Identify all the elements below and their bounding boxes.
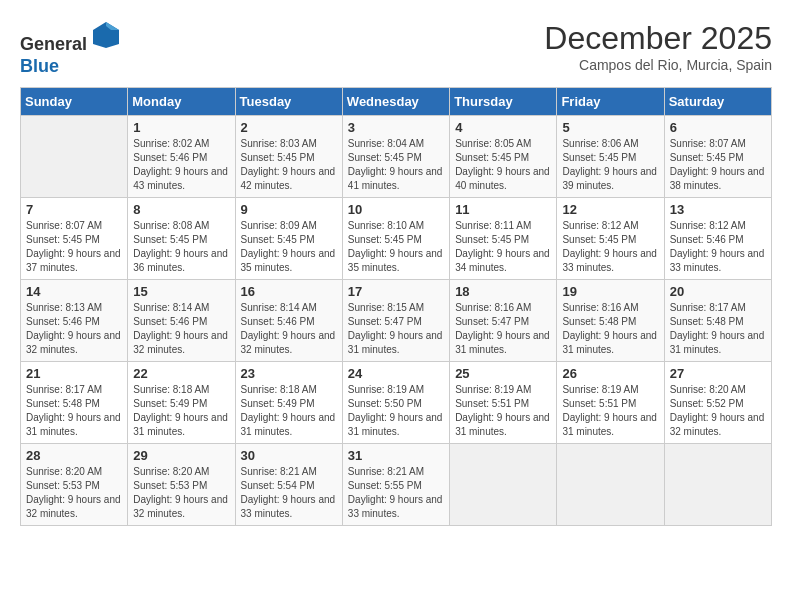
day-info: Sunrise: 8:13 AMSunset: 5:46 PMDaylight:… bbox=[26, 301, 122, 357]
day-number: 24 bbox=[348, 366, 444, 381]
day-number: 30 bbox=[241, 448, 337, 463]
day-number: 23 bbox=[241, 366, 337, 381]
calendar-cell: 6Sunrise: 8:07 AMSunset: 5:45 PMDaylight… bbox=[664, 116, 771, 198]
day-number: 6 bbox=[670, 120, 766, 135]
calendar-cell: 3Sunrise: 8:04 AMSunset: 5:45 PMDaylight… bbox=[342, 116, 449, 198]
calendar-cell: 8Sunrise: 8:08 AMSunset: 5:45 PMDaylight… bbox=[128, 198, 235, 280]
day-number: 7 bbox=[26, 202, 122, 217]
day-number: 16 bbox=[241, 284, 337, 299]
day-number: 3 bbox=[348, 120, 444, 135]
calendar-cell: 1Sunrise: 8:02 AMSunset: 5:46 PMDaylight… bbox=[128, 116, 235, 198]
day-info: Sunrise: 8:16 AMSunset: 5:47 PMDaylight:… bbox=[455, 301, 551, 357]
weekday-header-monday: Monday bbox=[128, 88, 235, 116]
calendar: SundayMondayTuesdayWednesdayThursdayFrid… bbox=[20, 87, 772, 526]
day-info: Sunrise: 8:08 AMSunset: 5:45 PMDaylight:… bbox=[133, 219, 229, 275]
calendar-cell: 27Sunrise: 8:20 AMSunset: 5:52 PMDayligh… bbox=[664, 362, 771, 444]
location: Campos del Rio, Murcia, Spain bbox=[544, 57, 772, 73]
title-area: December 2025 Campos del Rio, Murcia, Sp… bbox=[544, 20, 772, 73]
day-number: 5 bbox=[562, 120, 658, 135]
day-number: 27 bbox=[670, 366, 766, 381]
header: General Blue December 2025 Campos del Ri… bbox=[20, 20, 772, 77]
day-number: 20 bbox=[670, 284, 766, 299]
weekday-header-friday: Friday bbox=[557, 88, 664, 116]
calendar-week-row: 28Sunrise: 8:20 AMSunset: 5:53 PMDayligh… bbox=[21, 444, 772, 526]
weekday-header-tuesday: Tuesday bbox=[235, 88, 342, 116]
calendar-week-row: 7Sunrise: 8:07 AMSunset: 5:45 PMDaylight… bbox=[21, 198, 772, 280]
weekday-header-sunday: Sunday bbox=[21, 88, 128, 116]
calendar-cell: 9Sunrise: 8:09 AMSunset: 5:45 PMDaylight… bbox=[235, 198, 342, 280]
day-info: Sunrise: 8:20 AMSunset: 5:52 PMDaylight:… bbox=[670, 383, 766, 439]
day-info: Sunrise: 8:03 AMSunset: 5:45 PMDaylight:… bbox=[241, 137, 337, 193]
day-number: 17 bbox=[348, 284, 444, 299]
calendar-cell: 15Sunrise: 8:14 AMSunset: 5:46 PMDayligh… bbox=[128, 280, 235, 362]
day-info: Sunrise: 8:21 AMSunset: 5:55 PMDaylight:… bbox=[348, 465, 444, 521]
day-info: Sunrise: 8:12 AMSunset: 5:45 PMDaylight:… bbox=[562, 219, 658, 275]
calendar-cell: 24Sunrise: 8:19 AMSunset: 5:50 PMDayligh… bbox=[342, 362, 449, 444]
day-info: Sunrise: 8:16 AMSunset: 5:48 PMDaylight:… bbox=[562, 301, 658, 357]
calendar-cell: 21Sunrise: 8:17 AMSunset: 5:48 PMDayligh… bbox=[21, 362, 128, 444]
day-number: 22 bbox=[133, 366, 229, 381]
weekday-header-wednesday: Wednesday bbox=[342, 88, 449, 116]
day-number: 4 bbox=[455, 120, 551, 135]
calendar-cell bbox=[450, 444, 557, 526]
calendar-cell: 13Sunrise: 8:12 AMSunset: 5:46 PMDayligh… bbox=[664, 198, 771, 280]
logo-icon bbox=[91, 20, 121, 50]
month-title: December 2025 bbox=[544, 20, 772, 57]
calendar-cell bbox=[557, 444, 664, 526]
day-info: Sunrise: 8:18 AMSunset: 5:49 PMDaylight:… bbox=[241, 383, 337, 439]
calendar-cell: 7Sunrise: 8:07 AMSunset: 5:45 PMDaylight… bbox=[21, 198, 128, 280]
calendar-cell: 30Sunrise: 8:21 AMSunset: 5:54 PMDayligh… bbox=[235, 444, 342, 526]
day-info: Sunrise: 8:19 AMSunset: 5:50 PMDaylight:… bbox=[348, 383, 444, 439]
day-info: Sunrise: 8:05 AMSunset: 5:45 PMDaylight:… bbox=[455, 137, 551, 193]
day-number: 13 bbox=[670, 202, 766, 217]
calendar-cell: 23Sunrise: 8:18 AMSunset: 5:49 PMDayligh… bbox=[235, 362, 342, 444]
day-number: 12 bbox=[562, 202, 658, 217]
day-info: Sunrise: 8:07 AMSunset: 5:45 PMDaylight:… bbox=[670, 137, 766, 193]
calendar-cell: 29Sunrise: 8:20 AMSunset: 5:53 PMDayligh… bbox=[128, 444, 235, 526]
day-number: 8 bbox=[133, 202, 229, 217]
calendar-cell: 12Sunrise: 8:12 AMSunset: 5:45 PMDayligh… bbox=[557, 198, 664, 280]
day-number: 26 bbox=[562, 366, 658, 381]
calendar-body: 1Sunrise: 8:02 AMSunset: 5:46 PMDaylight… bbox=[21, 116, 772, 526]
calendar-cell: 22Sunrise: 8:18 AMSunset: 5:49 PMDayligh… bbox=[128, 362, 235, 444]
day-info: Sunrise: 8:02 AMSunset: 5:46 PMDaylight:… bbox=[133, 137, 229, 193]
day-info: Sunrise: 8:20 AMSunset: 5:53 PMDaylight:… bbox=[26, 465, 122, 521]
logo-blue-text: Blue bbox=[20, 56, 59, 76]
weekday-header-saturday: Saturday bbox=[664, 88, 771, 116]
day-info: Sunrise: 8:19 AMSunset: 5:51 PMDaylight:… bbox=[455, 383, 551, 439]
day-info: Sunrise: 8:17 AMSunset: 5:48 PMDaylight:… bbox=[26, 383, 122, 439]
day-info: Sunrise: 8:09 AMSunset: 5:45 PMDaylight:… bbox=[241, 219, 337, 275]
day-info: Sunrise: 8:18 AMSunset: 5:49 PMDaylight:… bbox=[133, 383, 229, 439]
day-number: 2 bbox=[241, 120, 337, 135]
day-info: Sunrise: 8:14 AMSunset: 5:46 PMDaylight:… bbox=[241, 301, 337, 357]
calendar-cell: 14Sunrise: 8:13 AMSunset: 5:46 PMDayligh… bbox=[21, 280, 128, 362]
day-number: 21 bbox=[26, 366, 122, 381]
calendar-cell: 28Sunrise: 8:20 AMSunset: 5:53 PMDayligh… bbox=[21, 444, 128, 526]
calendar-cell: 20Sunrise: 8:17 AMSunset: 5:48 PMDayligh… bbox=[664, 280, 771, 362]
day-info: Sunrise: 8:11 AMSunset: 5:45 PMDaylight:… bbox=[455, 219, 551, 275]
logo: General Blue bbox=[20, 20, 121, 77]
day-number: 28 bbox=[26, 448, 122, 463]
calendar-week-row: 14Sunrise: 8:13 AMSunset: 5:46 PMDayligh… bbox=[21, 280, 772, 362]
day-info: Sunrise: 8:19 AMSunset: 5:51 PMDaylight:… bbox=[562, 383, 658, 439]
day-number: 9 bbox=[241, 202, 337, 217]
calendar-cell: 18Sunrise: 8:16 AMSunset: 5:47 PMDayligh… bbox=[450, 280, 557, 362]
day-number: 1 bbox=[133, 120, 229, 135]
calendar-week-row: 21Sunrise: 8:17 AMSunset: 5:48 PMDayligh… bbox=[21, 362, 772, 444]
weekday-header-thursday: Thursday bbox=[450, 88, 557, 116]
day-info: Sunrise: 8:07 AMSunset: 5:45 PMDaylight:… bbox=[26, 219, 122, 275]
day-number: 18 bbox=[455, 284, 551, 299]
day-info: Sunrise: 8:17 AMSunset: 5:48 PMDaylight:… bbox=[670, 301, 766, 357]
calendar-week-row: 1Sunrise: 8:02 AMSunset: 5:46 PMDaylight… bbox=[21, 116, 772, 198]
day-info: Sunrise: 8:21 AMSunset: 5:54 PMDaylight:… bbox=[241, 465, 337, 521]
day-info: Sunrise: 8:15 AMSunset: 5:47 PMDaylight:… bbox=[348, 301, 444, 357]
logo-general-text: General bbox=[20, 34, 87, 54]
day-info: Sunrise: 8:06 AMSunset: 5:45 PMDaylight:… bbox=[562, 137, 658, 193]
day-number: 15 bbox=[133, 284, 229, 299]
calendar-cell: 4Sunrise: 8:05 AMSunset: 5:45 PMDaylight… bbox=[450, 116, 557, 198]
calendar-cell: 11Sunrise: 8:11 AMSunset: 5:45 PMDayligh… bbox=[450, 198, 557, 280]
calendar-cell: 5Sunrise: 8:06 AMSunset: 5:45 PMDaylight… bbox=[557, 116, 664, 198]
calendar-cell: 10Sunrise: 8:10 AMSunset: 5:45 PMDayligh… bbox=[342, 198, 449, 280]
weekday-header-row: SundayMondayTuesdayWednesdayThursdayFrid… bbox=[21, 88, 772, 116]
calendar-cell: 17Sunrise: 8:15 AMSunset: 5:47 PMDayligh… bbox=[342, 280, 449, 362]
